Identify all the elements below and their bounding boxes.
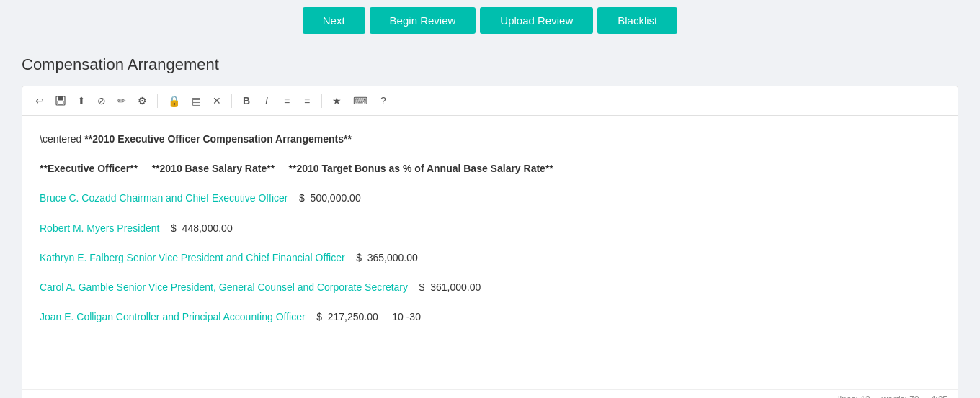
bold-button[interactable]: B xyxy=(238,92,255,109)
editor-container: ↩ ⬆ ⊘ ✏ ⚙ 🔒 ▤ ✕ B I ≡ ≡ ★ ⌨ ? xyxy=(22,86,958,398)
keyboard-button[interactable]: ⌨ xyxy=(349,92,372,109)
undo-button[interactable]: ↩ xyxy=(31,92,48,109)
main-content: Compensation Arrangement ↩ ⬆ ⊘ ✏ ⚙ 🔒 ▤ ✕… xyxy=(0,41,980,398)
save-file-button[interactable] xyxy=(51,92,70,109)
editor-line-1: \centered **2010 Executive Officer Compe… xyxy=(40,130,940,148)
person-3: Kathryn E. Falberg Senior Vice President… xyxy=(40,252,345,263)
upload-button[interactable]: ⬆ xyxy=(73,92,90,109)
editor-body[interactable]: \centered **2010 Executive Officer Compe… xyxy=(22,116,958,389)
lock-button[interactable]: 🔒 xyxy=(164,92,184,109)
next-button[interactable]: Next xyxy=(303,7,365,34)
upload-review-button[interactable]: Upload Review xyxy=(480,7,593,34)
editor-line-2: **Executive Officer** **2010 Base Salary… xyxy=(40,160,940,178)
words-count: words: 79 xyxy=(882,394,919,398)
person-2: Robert M. Myers President xyxy=(40,222,160,234)
title-bold: **2010 Executive Officer Compensation Ar… xyxy=(84,133,352,145)
headers-bold: **Executive Officer** **2010 Base Salary… xyxy=(40,163,553,174)
close-button[interactable]: ✕ xyxy=(208,92,226,109)
editor-line-6: Carol A. Gamble Senior Vice President, G… xyxy=(40,279,940,297)
star-button[interactable]: ★ xyxy=(328,92,346,109)
settings-button[interactable]: ⚙ xyxy=(133,92,151,109)
centered-text: \centered xyxy=(40,133,84,145)
person-1: Bruce C. Cozadd Chairman and Chief Execu… xyxy=(40,192,288,204)
editor-line-5: Kathryn E. Falberg Senior Vice President… xyxy=(40,249,940,267)
status-bar: lines: 13 words: 79 4:25 xyxy=(22,389,958,398)
svg-rect-1 xyxy=(58,96,63,100)
toolbar-separator-2 xyxy=(231,94,232,108)
toolbar-separator-3 xyxy=(321,94,322,108)
top-bar: Next Begin Review Upload Review Blacklis… xyxy=(0,0,980,41)
begin-review-button[interactable]: Begin Review xyxy=(370,7,476,34)
svg-rect-2 xyxy=(58,101,63,104)
blacklist-button[interactable]: Blacklist xyxy=(597,7,677,34)
list-button[interactable]: ▤ xyxy=(187,92,205,109)
no-entry-button[interactable]: ⊘ xyxy=(93,92,110,109)
edit-button[interactable]: ✏ xyxy=(113,92,130,109)
person-5: Joan E. Colligan Controller and Principa… xyxy=(40,311,306,322)
editor-line-4: Robert M. Myers President $ 448,000.00 xyxy=(40,220,940,238)
editor-line-3: Bruce C. Cozadd Chairman and Chief Execu… xyxy=(40,189,940,207)
toolbar-separator-1 xyxy=(157,94,158,108)
time-display: 4:25 xyxy=(931,394,948,398)
editor-toolbar: ↩ ⬆ ⊘ ✏ ⚙ 🔒 ▤ ✕ B I ≡ ≡ ★ ⌨ ? xyxy=(22,86,958,116)
lines-count: lines: 13 xyxy=(838,394,870,398)
page-title: Compensation Arrangement xyxy=(22,55,958,74)
help-button[interactable]: ? xyxy=(375,92,392,109)
person-4: Carol A. Gamble Senior Vice President, G… xyxy=(40,281,408,293)
ordered-list-button[interactable]: ≡ xyxy=(298,92,316,109)
unordered-list-button[interactable]: ≡ xyxy=(278,92,295,109)
editor-line-7: Joan E. Colligan Controller and Principa… xyxy=(40,308,940,326)
italic-button[interactable]: I xyxy=(258,92,275,109)
